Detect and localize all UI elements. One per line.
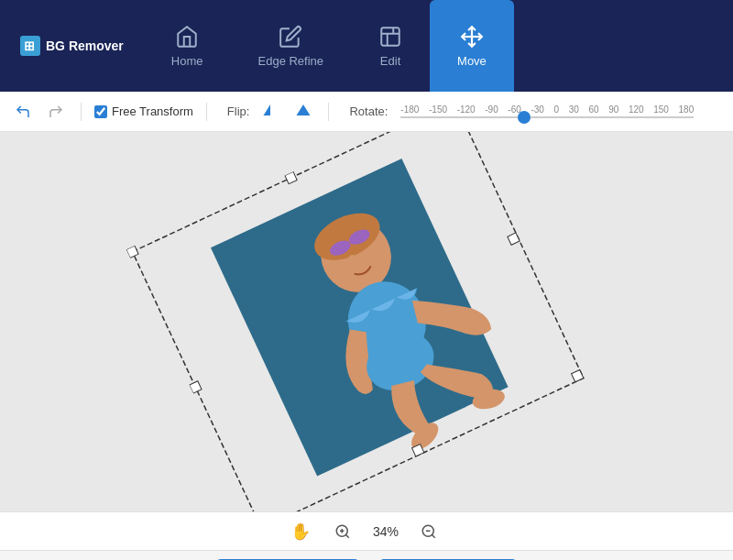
tab-home[interactable]: Home <box>144 0 231 92</box>
flip-vertical-button[interactable] <box>291 100 315 123</box>
hand-icon: ✋ <box>290 522 311 542</box>
canvas-area <box>0 132 733 511</box>
rotate-slider[interactable] <box>400 115 694 119</box>
tab-edit-label: Edit <box>380 54 400 68</box>
svg-rect-2 <box>381 27 399 46</box>
free-transform-checkbox[interactable]: Free Transform <box>94 104 193 118</box>
svg-line-26 <box>345 534 348 537</box>
tab-edit[interactable]: Edit <box>351 0 430 92</box>
tab-move-label: Move <box>457 54 487 68</box>
zoom-out-button[interactable] <box>415 520 443 544</box>
image-wrapper[interactable] <box>192 170 541 473</box>
nav-tabs: Home Edge Refine Edit M <box>144 0 514 92</box>
svg-text:⊞: ⊞ <box>24 38 35 53</box>
image-inner <box>145 132 588 511</box>
redo-button[interactable] <box>44 100 68 124</box>
subtoolbar: Free Transform Flip: Rotate: -180 -150 -… <box>0 92 733 132</box>
svg-marker-5 <box>264 104 271 115</box>
svg-rect-17 <box>126 246 138 258</box>
svg-marker-6 <box>297 104 311 115</box>
logo-icon: ⊞ <box>20 36 40 56</box>
app-header: ⊞ BG Remover Home Edge Refine <box>0 0 733 92</box>
tab-move[interactable]: Move <box>430 0 514 92</box>
svg-line-30 <box>432 534 434 537</box>
tab-edge-refine[interactable]: Edge Refine <box>231 0 352 92</box>
app-logo: ⊞ BG Remover <box>9 28 135 63</box>
footer: ‹ › New Image Download <box>0 550 733 560</box>
baby-cutout <box>145 132 588 511</box>
zoom-in-button[interactable] <box>329 520 356 544</box>
rotate-label: Rotate: <box>349 104 388 118</box>
divider-3 <box>328 103 329 121</box>
app-name: BG Remover <box>46 38 124 53</box>
free-transform-label: Free Transform <box>112 104 193 118</box>
divider-1 <box>81 103 82 121</box>
undo-button[interactable] <box>11 100 35 124</box>
rotate-control: -180 -150 -120 -90 -60 -30 0 30 60 90 12… <box>400 103 694 121</box>
free-transform-input[interactable] <box>94 105 107 118</box>
zoom-level: 34% <box>367 524 404 539</box>
tab-home-label: Home <box>171 54 203 68</box>
flip-horizontal-button[interactable] <box>258 100 282 123</box>
bottom-bar: ✋ 34% <box>0 511 733 550</box>
divider-2 <box>206 103 207 121</box>
flip-label: Flip: <box>227 104 250 118</box>
tab-edge-refine-label: Edge Refine <box>258 54 324 68</box>
